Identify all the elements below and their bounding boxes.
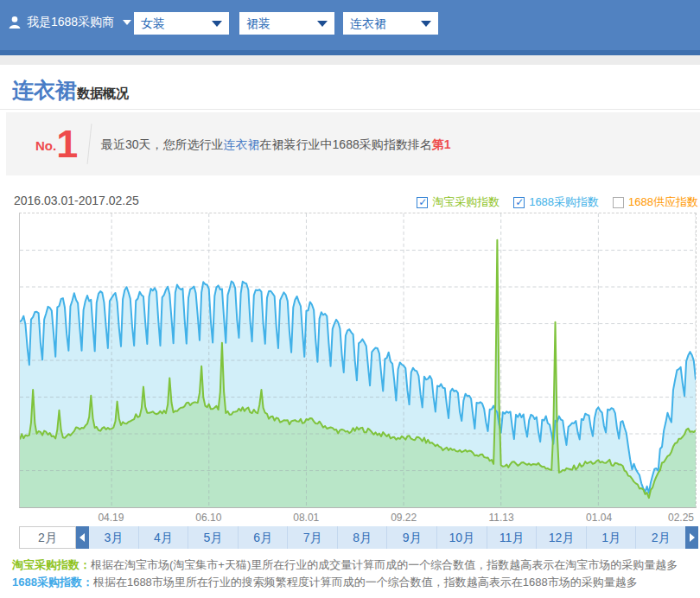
chevron-down-icon [212,21,222,27]
chevron-down-icon [421,21,431,27]
legend-label: 淘宝采购指数 [432,194,500,210]
index-definition-text: 根据在1688市场里所在行业的搜索频繁程度计算而成的一个综合数值，指数越高表示在… [93,576,638,588]
month-cell[interactable]: 7月 [287,526,337,549]
rank-banner-text: 最近30天，您所选行业连衣裙在裙装行业中1688采购指数排名第1 [101,137,451,153]
x-axis-label: 04.19 [93,512,128,524]
chevron-down-icon [317,21,328,27]
x-axis-label: 09.22 [386,512,421,524]
month-cell[interactable]: 12月 [536,526,586,549]
index-definition-line: 1688采购指数：根据在1688市场里所在行业的搜索频繁程度计算而成的一个综合数… [12,575,638,590]
rank-number-block: No.1 [35,124,78,163]
month-tabs: 3月4月5月6月7月8月9月10月11月12月1月2月 [89,526,685,549]
legend-item[interactable]: 淘宝采购指数 [417,194,500,210]
month-selected-box[interactable]: 2月 [19,526,76,549]
legend-label: 1688采购指数 [529,194,599,210]
index-definition-label: 淘宝采购指数： [12,558,91,571]
index-definition-label: 1688采购指数： [12,576,93,588]
month-cell[interactable]: 2月 [635,526,685,549]
dropdown-level-3[interactable]: 连衣裙 [343,12,438,35]
page-title-keyword: 连衣裙 [12,78,77,102]
index-definition-line: 淘宝采购指数：根据在淘宝市场(淘宝集市+天猫)里所在行业的成交量计算而成的一个综… [12,557,678,573]
rank-text-before: 最近30天，您所选行业 [101,137,224,151]
trend-chart-plot-area [19,213,697,508]
user-icon [9,16,21,29]
rank-number: 1 [56,122,78,166]
x-axis-label: 01.04 [582,512,616,524]
rank-banner: No.1 最近30天，您所选行业连衣裙在裙装行业中1688采购指数排名第1 [6,112,700,175]
x-axis-label: 11.13 [484,512,519,524]
month-scroll-left-button[interactable] [76,526,89,549]
page-title: 连衣裙数据概况 [12,76,129,105]
month-cell[interactable]: 5月 [188,526,238,549]
chevron-down-icon [123,20,131,25]
page-divider-strip [0,55,700,65]
month-cell[interactable]: 11月 [487,526,537,549]
page-title-suffix: 数据概况 [77,86,129,100]
buyer-index-dashboard: 我是1688采购商 女装裙装连衣裙 连衣裙数据概况 No.1 最近30天，您所选… [0,0,700,598]
checkbox-checked-icon[interactable] [417,197,428,208]
chevron-left-icon [80,533,85,542]
rank-text-middle: 在裙装行业中1688采购指数排名 [260,137,432,151]
chart-date-range: 2016.03.01-2017.02.25 [14,194,139,207]
legend-item[interactable]: 1688供应指数 [613,194,698,210]
chart-legend: 淘宝采购指数1688采购指数1688供应指数 [417,194,698,210]
month-scroll-right-button[interactable] [685,526,698,549]
month-cell[interactable]: 4月 [138,526,188,549]
user-label: 我是1688采购商 [27,15,114,30]
dropdown-level-2[interactable]: 裙装 [239,12,334,35]
title-divider [0,109,700,110]
rank-text-keyword: 连衣裙 [224,137,260,151]
banner-divider [87,124,92,164]
legend-label: 1688供应指数 [628,194,698,210]
month-cell[interactable]: 8月 [337,526,387,549]
index-definition-text: 根据在淘宝市场(淘宝集市+天猫)里所在行业的成交量计算而成的一个综合数值，指数越… [91,558,678,571]
month-cell[interactable]: 1月 [586,526,636,549]
x-axis-label: 08.01 [289,512,323,524]
index-trend-chart [20,213,696,507]
user-menu[interactable]: 我是1688采购商 [9,15,131,30]
month-cell[interactable]: 10月 [436,526,487,549]
legend-item[interactable]: 1688采购指数 [513,194,599,210]
rank-text-rank: 第1 [432,137,451,151]
x-axis-label: 02.25 [664,512,698,524]
month-cell[interactable]: 6月 [238,526,288,549]
rank-no-label: No. [35,138,56,153]
dropdown-level-1[interactable]: 女装 [134,12,229,35]
month-cell[interactable]: 3月 [89,526,138,549]
x-axis-label: 06.10 [191,512,226,524]
chevron-right-icon [690,533,695,542]
month-cell[interactable]: 9月 [386,526,436,549]
checkbox-unchecked-icon[interactable] [613,197,624,208]
checkbox-checked-icon[interactable] [513,197,525,208]
